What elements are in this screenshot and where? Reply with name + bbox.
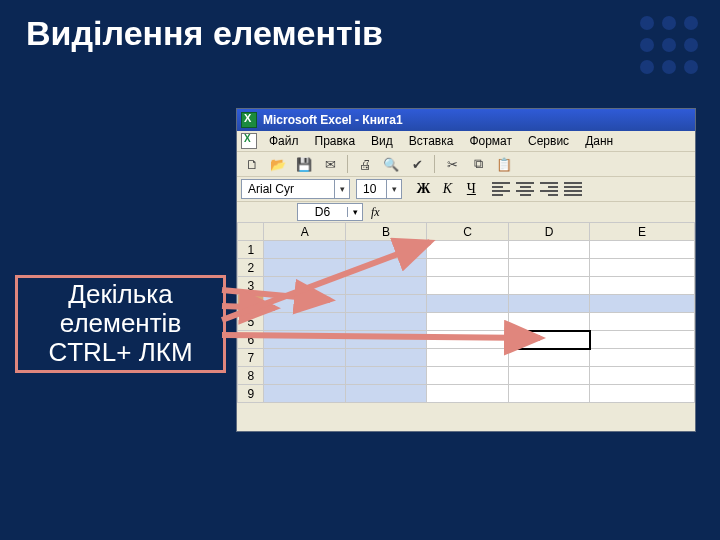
cut-icon[interactable]: ✂	[441, 153, 463, 175]
cell-A4[interactable]	[264, 295, 345, 313]
cell-B8[interactable]	[345, 367, 426, 385]
cell-C5[interactable]	[427, 313, 508, 331]
menu-view[interactable]: Вид	[363, 132, 401, 150]
chevron-down-icon: ▾	[386, 180, 401, 198]
cell-A9[interactable]	[264, 385, 345, 403]
row-header-5[interactable]: 5	[238, 313, 264, 331]
cell-E3[interactable]	[590, 277, 695, 295]
cell-C8[interactable]	[427, 367, 508, 385]
cell-E7[interactable]	[590, 349, 695, 367]
print-icon[interactable]: 🖨	[354, 153, 376, 175]
cell-C2[interactable]	[427, 259, 508, 277]
cell-A2[interactable]	[264, 259, 345, 277]
row-header-9[interactable]: 9	[238, 385, 264, 403]
formula-bar: D6 ▾ fx	[237, 201, 695, 222]
separator	[347, 155, 348, 173]
cell-D2[interactable]	[508, 259, 589, 277]
cell-E4[interactable]	[590, 295, 695, 313]
cell-E2[interactable]	[590, 259, 695, 277]
preview-icon[interactable]: 🔍	[380, 153, 402, 175]
menu-data[interactable]: Данн	[577, 132, 621, 150]
open-icon[interactable]: 📂	[267, 153, 289, 175]
menu-edit[interactable]: Правка	[307, 132, 364, 150]
cell-E1[interactable]	[590, 241, 695, 259]
cell-B6[interactable]	[345, 331, 426, 349]
cell-B1[interactable]	[345, 241, 426, 259]
cell-E6[interactable]	[590, 331, 695, 349]
cell-A3[interactable]	[264, 277, 345, 295]
cell-B5[interactable]	[345, 313, 426, 331]
cell-D7[interactable]	[508, 349, 589, 367]
cell-E9[interactable]	[590, 385, 695, 403]
bold-button[interactable]: Ж	[414, 181, 432, 197]
callout-box: Декілька елементів CTRL+ ЛКМ	[15, 275, 226, 373]
align-right-icon[interactable]	[540, 182, 558, 196]
copy-icon[interactable]: ⧉	[467, 153, 489, 175]
name-box[interactable]: D6 ▾	[297, 203, 363, 221]
titlebar-text: Microsoft Excel - Книга1	[263, 113, 403, 127]
cell-B2[interactable]	[345, 259, 426, 277]
col-header-E[interactable]: E	[590, 223, 695, 241]
menu-file[interactable]: Файл	[261, 132, 307, 150]
name-box-value: D6	[298, 205, 347, 219]
excel-icon	[241, 112, 257, 128]
cell-A6[interactable]	[264, 331, 345, 349]
cell-A5[interactable]	[264, 313, 345, 331]
menu-tools[interactable]: Сервис	[520, 132, 577, 150]
cell-D4[interactable]	[508, 295, 589, 313]
cell-E8[interactable]	[590, 367, 695, 385]
cell-C9[interactable]	[427, 385, 508, 403]
row-header-7[interactable]: 7	[238, 349, 264, 367]
row-header-1[interactable]: 1	[238, 241, 264, 259]
size-value: 10	[357, 182, 386, 196]
cell-A8[interactable]	[264, 367, 345, 385]
cell-E5[interactable]	[590, 313, 695, 331]
row-header-4[interactable]: 4	[238, 295, 264, 313]
cell-B9[interactable]	[345, 385, 426, 403]
row-header-2[interactable]: 2	[238, 259, 264, 277]
cell-D6-active[interactable]	[508, 331, 589, 349]
menu-insert[interactable]: Вставка	[401, 132, 462, 150]
font-value: Arial Cyr	[242, 182, 334, 196]
col-header-C[interactable]: C	[427, 223, 508, 241]
save-icon[interactable]: 💾	[293, 153, 315, 175]
row-header-3[interactable]: 3	[238, 277, 264, 295]
cell-C3[interactable]	[427, 277, 508, 295]
cell-D1[interactable]	[508, 241, 589, 259]
italic-button[interactable]: К	[438, 181, 456, 197]
cell-C7[interactable]	[427, 349, 508, 367]
col-header-D[interactable]: D	[508, 223, 589, 241]
menu-format[interactable]: Формат	[461, 132, 520, 150]
cell-D9[interactable]	[508, 385, 589, 403]
col-header-A[interactable]: A	[264, 223, 345, 241]
cell-B4[interactable]	[345, 295, 426, 313]
mail-icon[interactable]: ✉	[319, 153, 341, 175]
align-left-icon[interactable]	[492, 182, 510, 196]
new-icon[interactable]: 🗋	[241, 153, 263, 175]
fx-icon[interactable]: fx	[371, 205, 380, 220]
col-header-B[interactable]: B	[345, 223, 426, 241]
paste-icon[interactable]: 📋	[493, 153, 515, 175]
align-center-icon[interactable]	[516, 182, 534, 196]
cell-C6[interactable]	[427, 331, 508, 349]
chevron-down-icon: ▾	[347, 207, 362, 217]
align-justify-icon[interactable]	[564, 182, 582, 196]
cell-C4[interactable]	[427, 295, 508, 313]
cell-A1[interactable]	[264, 241, 345, 259]
cell-C1[interactable]	[427, 241, 508, 259]
decor-dots	[640, 16, 700, 76]
select-all-corner[interactable]	[238, 223, 264, 241]
cell-D3[interactable]	[508, 277, 589, 295]
cell-D5[interactable]	[508, 313, 589, 331]
row-header-6[interactable]: 6	[238, 331, 264, 349]
cell-B7[interactable]	[345, 349, 426, 367]
font-combo[interactable]: Arial Cyr ▾	[241, 179, 350, 199]
cell-A7[interactable]	[264, 349, 345, 367]
size-combo[interactable]: 10 ▾	[356, 179, 402, 199]
cell-D8[interactable]	[508, 367, 589, 385]
row-header-8[interactable]: 8	[238, 367, 264, 385]
spell-icon[interactable]: ✔	[406, 153, 428, 175]
spreadsheet-grid[interactable]: A B C D E 1 2 3 4 5 6 7 8 9	[237, 222, 695, 403]
underline-button[interactable]: Ч	[462, 181, 480, 197]
cell-B3[interactable]	[345, 277, 426, 295]
